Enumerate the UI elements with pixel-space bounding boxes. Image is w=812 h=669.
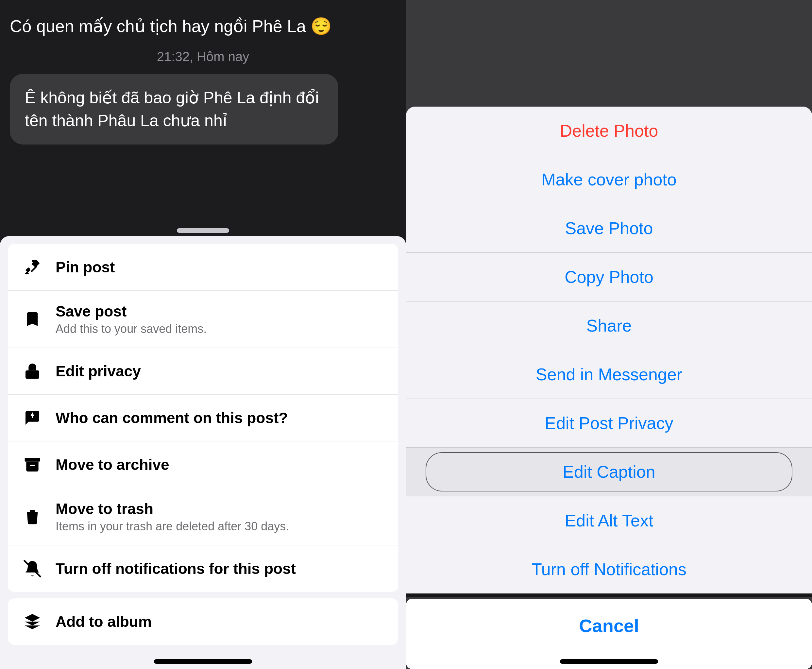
sheet-handle bbox=[177, 228, 229, 233]
action-item-send-in-messenger[interactable]: Send in Messenger bbox=[406, 350, 812, 399]
layers-icon bbox=[21, 610, 44, 633]
home-indicator-left bbox=[0, 653, 406, 669]
save-post-label: Save post bbox=[55, 303, 206, 320]
sender-message: Có quen mấy chủ tịch hay ngồi Phê La 😌 bbox=[10, 13, 396, 40]
menu-section-main: Pin post Save post Add this to your save… bbox=[8, 244, 398, 592]
menu-item-edit-privacy[interactable]: Edit privacy bbox=[8, 348, 398, 395]
edit-privacy-label: Edit privacy bbox=[55, 362, 141, 380]
send-in-messenger-label: Send in Messenger bbox=[536, 365, 682, 384]
save-post-sublabel: Add this to your saved items. bbox=[55, 322, 206, 336]
action-item-share[interactable]: Share bbox=[406, 301, 812, 350]
cancel-section: Cancel bbox=[406, 599, 812, 669]
bottom-sheet-left: Pin post Save post Add this to your save… bbox=[0, 222, 406, 669]
edit-caption-label: Edit Caption bbox=[562, 462, 655, 482]
add-to-album-text: Add to album bbox=[55, 613, 152, 630]
action-sheet: Delete Photo Make cover photo Save Photo… bbox=[406, 107, 812, 669]
edit-alt-text-label: Edit Alt Text bbox=[565, 511, 653, 530]
svg-rect-1 bbox=[25, 370, 39, 379]
menu-item-save-post[interactable]: Save post Add this to your saved items. bbox=[8, 291, 398, 348]
add-to-album-label: Add to album bbox=[55, 613, 152, 630]
home-bar-left bbox=[154, 659, 252, 664]
svg-rect-2 bbox=[25, 458, 40, 462]
turn-off-notifications-text: Turn off notifications for this post bbox=[55, 560, 296, 577]
album-section: Add to album bbox=[8, 598, 398, 645]
move-trash-sublabel: Items in your trash are deleted after 30… bbox=[55, 519, 289, 533]
pin-post-text: Pin post bbox=[55, 258, 115, 276]
left-panel: Có quen mấy chủ tịch hay ngồi Phê La 😌 2… bbox=[0, 0, 406, 669]
save-photo-label: Save Photo bbox=[565, 219, 653, 238]
menu-item-move-archive[interactable]: Move to archive bbox=[8, 441, 398, 488]
lock-icon bbox=[21, 360, 44, 383]
home-indicator-right bbox=[406, 653, 812, 669]
move-archive-label: Move to archive bbox=[55, 456, 169, 474]
action-item-delete-photo[interactable]: Delete Photo bbox=[406, 107, 812, 155]
menu-item-pin-post[interactable]: Pin post bbox=[8, 244, 398, 291]
menu-item-add-to-album[interactable]: Add to album bbox=[8, 598, 398, 645]
turn-off-notifications-label: Turn off notifications for this post bbox=[55, 560, 296, 577]
action-item-edit-caption[interactable]: Edit Caption bbox=[406, 448, 812, 496]
action-item-edit-post-privacy[interactable]: Edit Post Privacy bbox=[406, 399, 812, 448]
who-can-comment-label: Who can comment on this post? bbox=[55, 409, 288, 427]
copy-photo-label: Copy Photo bbox=[565, 267, 653, 287]
move-trash-label: Move to trash bbox=[55, 500, 289, 518]
menu-item-move-trash[interactable]: Move to trash Items in your trash are de… bbox=[8, 488, 398, 545]
message-bubble: Ê không biết đã bao giờ Phê La định đổi … bbox=[10, 74, 338, 145]
trash-icon bbox=[21, 505, 44, 528]
right-panel: Tran Ngoc Luu and Phan Tuan Anh 2 commen… bbox=[406, 0, 812, 669]
action-item-turn-off-notifications-right[interactable]: Turn off Notifications bbox=[406, 545, 812, 593]
make-cover-photo-label: Make cover photo bbox=[541, 170, 676, 189]
cancel-label: Cancel bbox=[579, 615, 639, 636]
comment-shield-icon bbox=[21, 407, 44, 429]
action-sheet-menu: Delete Photo Make cover photo Save Photo… bbox=[406, 107, 812, 593]
cancel-item[interactable]: Cancel bbox=[406, 599, 812, 653]
pin-post-label: Pin post bbox=[55, 258, 115, 276]
save-post-text: Save post Add this to your saved items. bbox=[55, 303, 206, 336]
menu-card: Pin post Save post Add this to your save… bbox=[0, 236, 406, 669]
turn-off-notifications-right-label: Turn off Notifications bbox=[532, 560, 686, 579]
action-item-copy-photo[interactable]: Copy Photo bbox=[406, 253, 812, 301]
message-timestamp: 21:32, Hôm nay bbox=[10, 46, 396, 67]
bookmark-icon bbox=[21, 308, 44, 331]
delete-photo-label: Delete Photo bbox=[560, 121, 658, 141]
action-item-make-cover-photo[interactable]: Make cover photo bbox=[406, 155, 812, 204]
move-archive-text: Move to archive bbox=[55, 456, 169, 474]
sheet-handle-area bbox=[0, 222, 406, 236]
action-item-save-photo[interactable]: Save Photo bbox=[406, 204, 812, 253]
share-label: Share bbox=[586, 316, 632, 336]
menu-item-who-can-comment[interactable]: Who can comment on this post? bbox=[8, 395, 398, 441]
edit-privacy-text: Edit privacy bbox=[55, 362, 141, 380]
menu-item-turn-off-notifications[interactable]: Turn off notifications for this post bbox=[8, 545, 398, 592]
edit-post-privacy-label: Edit Post Privacy bbox=[545, 413, 673, 433]
svg-marker-5 bbox=[25, 614, 40, 622]
move-trash-text: Move to trash Items in your trash are de… bbox=[55, 500, 289, 533]
pin-icon bbox=[21, 256, 44, 279]
archive-icon bbox=[21, 453, 44, 476]
who-can-comment-text: Who can comment on this post? bbox=[55, 409, 288, 427]
home-bar-right bbox=[560, 659, 658, 664]
action-item-edit-alt-text[interactable]: Edit Alt Text bbox=[406, 496, 812, 545]
bell-off-icon bbox=[21, 557, 44, 580]
